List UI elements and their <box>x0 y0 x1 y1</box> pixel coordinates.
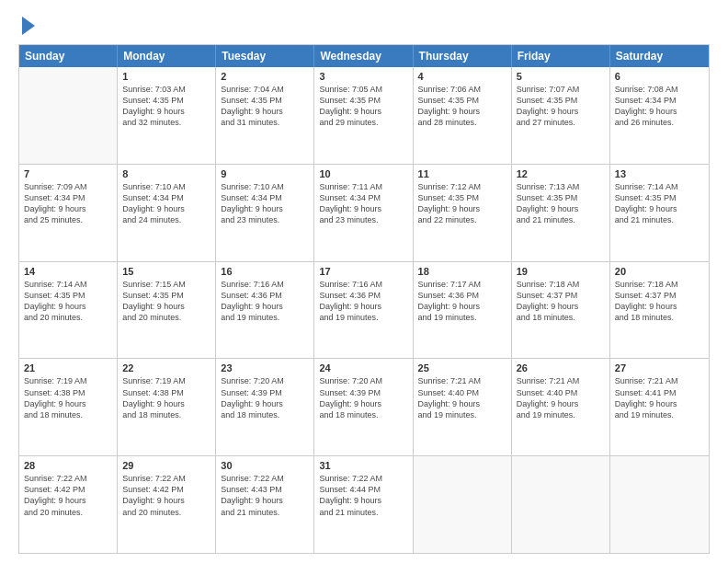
day-info: Sunrise: 7:09 AM Sunset: 4:34 PM Dayligh… <box>24 181 112 226</box>
day-header-thursday: Thursday <box>414 45 512 67</box>
calendar-cell: 26Sunrise: 7:21 AM Sunset: 4:40 PM Dayli… <box>512 359 610 455</box>
day-info: Sunrise: 7:20 AM Sunset: 4:39 PM Dayligh… <box>319 375 407 420</box>
day-number: 25 <box>418 362 506 373</box>
day-info: Sunrise: 7:10 AM Sunset: 4:34 PM Dayligh… <box>221 181 309 226</box>
day-info: Sunrise: 7:13 AM Sunset: 4:35 PM Dayligh… <box>517 181 605 226</box>
calendar-cell <box>610 456 709 553</box>
day-info: Sunrise: 7:11 AM Sunset: 4:34 PM Dayligh… <box>319 181 407 226</box>
calendar-cell: 3Sunrise: 7:05 AM Sunset: 4:35 PM Daylig… <box>314 67 413 164</box>
day-number: 5 <box>517 71 605 82</box>
day-number: 20 <box>615 266 704 277</box>
day-number: 12 <box>517 168 605 179</box>
calendar-cell: 31Sunrise: 7:22 AM Sunset: 4:44 PM Dayli… <box>314 456 413 553</box>
day-info: Sunrise: 7:10 AM Sunset: 4:34 PM Dayligh… <box>122 181 210 226</box>
day-header-tuesday: Tuesday <box>216 45 314 67</box>
day-info: Sunrise: 7:22 AM Sunset: 4:43 PM Dayligh… <box>221 473 309 518</box>
day-number: 31 <box>319 460 407 471</box>
day-number: 17 <box>319 266 407 277</box>
day-info: Sunrise: 7:12 AM Sunset: 4:35 PM Dayligh… <box>418 181 506 226</box>
day-number: 4 <box>418 71 506 82</box>
day-number: 24 <box>319 362 407 373</box>
logo <box>18 15 35 35</box>
calendar-cell: 17Sunrise: 7:16 AM Sunset: 4:36 PM Dayli… <box>314 262 413 359</box>
calendar-cell: 20Sunrise: 7:18 AM Sunset: 4:37 PM Dayli… <box>610 262 709 359</box>
page: SundayMondayTuesdayWednesdayThursdayFrid… <box>0 0 728 563</box>
day-info: Sunrise: 7:04 AM Sunset: 4:35 PM Dayligh… <box>221 84 309 129</box>
day-info: Sunrise: 7:14 AM Sunset: 4:35 PM Dayligh… <box>24 279 112 324</box>
day-info: Sunrise: 7:07 AM Sunset: 4:35 PM Dayligh… <box>517 84 605 129</box>
day-info: Sunrise: 7:19 AM Sunset: 4:38 PM Dayligh… <box>24 375 112 420</box>
calendar-cell: 4Sunrise: 7:06 AM Sunset: 4:35 PM Daylig… <box>414 67 512 164</box>
day-number: 7 <box>24 168 112 179</box>
calendar-row-4: 28Sunrise: 7:22 AM Sunset: 4:42 PM Dayli… <box>19 455 709 553</box>
calendar-cell: 14Sunrise: 7:14 AM Sunset: 4:35 PM Dayli… <box>19 262 118 359</box>
day-number: 2 <box>221 71 309 82</box>
day-info: Sunrise: 7:22 AM Sunset: 4:44 PM Dayligh… <box>319 473 407 518</box>
calendar-row-2: 14Sunrise: 7:14 AM Sunset: 4:35 PM Dayli… <box>19 261 709 359</box>
calendar-cell: 11Sunrise: 7:12 AM Sunset: 4:35 PM Dayli… <box>414 165 512 261</box>
day-number: 21 <box>24 362 112 373</box>
calendar-cell: 27Sunrise: 7:21 AM Sunset: 4:41 PM Dayli… <box>610 359 709 455</box>
day-info: Sunrise: 7:20 AM Sunset: 4:39 PM Dayligh… <box>221 375 309 420</box>
calendar-row-0: 1Sunrise: 7:03 AM Sunset: 4:35 PM Daylig… <box>19 67 709 164</box>
calendar-cell: 21Sunrise: 7:19 AM Sunset: 4:38 PM Dayli… <box>19 359 118 455</box>
day-info: Sunrise: 7:22 AM Sunset: 4:42 PM Dayligh… <box>24 473 112 518</box>
calendar-cell: 15Sunrise: 7:15 AM Sunset: 4:35 PM Dayli… <box>118 262 216 359</box>
day-number: 1 <box>122 71 210 82</box>
calendar-row-1: 7Sunrise: 7:09 AM Sunset: 4:34 PM Daylig… <box>19 164 709 261</box>
day-info: Sunrise: 7:14 AM Sunset: 4:35 PM Dayligh… <box>615 181 704 226</box>
calendar-cell: 22Sunrise: 7:19 AM Sunset: 4:38 PM Dayli… <box>118 359 216 455</box>
calendar-cell <box>414 456 512 553</box>
day-number: 26 <box>517 362 605 373</box>
calendar-cell: 7Sunrise: 7:09 AM Sunset: 4:34 PM Daylig… <box>19 165 118 261</box>
day-header-wednesday: Wednesday <box>314 45 413 67</box>
logo-arrow-icon <box>22 17 35 35</box>
day-header-monday: Monday <box>118 45 216 67</box>
day-info: Sunrise: 7:18 AM Sunset: 4:37 PM Dayligh… <box>517 279 605 324</box>
header <box>18 15 710 35</box>
day-header-sunday: Sunday <box>19 45 118 67</box>
day-info: Sunrise: 7:18 AM Sunset: 4:37 PM Dayligh… <box>615 279 704 324</box>
day-info: Sunrise: 7:16 AM Sunset: 4:36 PM Dayligh… <box>319 279 407 324</box>
day-number: 23 <box>221 362 309 373</box>
calendar-cell: 25Sunrise: 7:21 AM Sunset: 4:40 PM Dayli… <box>414 359 512 455</box>
calendar-cell: 19Sunrise: 7:18 AM Sunset: 4:37 PM Dayli… <box>512 262 610 359</box>
day-number: 27 <box>615 362 704 373</box>
calendar-cell: 9Sunrise: 7:10 AM Sunset: 4:34 PM Daylig… <box>216 165 314 261</box>
calendar-cell: 2Sunrise: 7:04 AM Sunset: 4:35 PM Daylig… <box>216 67 314 164</box>
calendar-cell: 10Sunrise: 7:11 AM Sunset: 4:34 PM Dayli… <box>314 165 413 261</box>
day-info: Sunrise: 7:17 AM Sunset: 4:36 PM Dayligh… <box>418 279 506 324</box>
calendar-cell: 12Sunrise: 7:13 AM Sunset: 4:35 PM Dayli… <box>512 165 610 261</box>
day-number: 6 <box>615 71 704 82</box>
day-number: 9 <box>221 168 309 179</box>
day-number: 19 <box>517 266 605 277</box>
day-number: 30 <box>221 460 309 471</box>
calendar-cell: 8Sunrise: 7:10 AM Sunset: 4:34 PM Daylig… <box>118 165 216 261</box>
calendar-body: 1Sunrise: 7:03 AM Sunset: 4:35 PM Daylig… <box>19 67 709 553</box>
day-number: 13 <box>615 168 704 179</box>
calendar-cell <box>512 456 610 553</box>
calendar: SundayMondayTuesdayWednesdayThursdayFrid… <box>18 44 710 554</box>
day-info: Sunrise: 7:08 AM Sunset: 4:34 PM Dayligh… <box>615 84 704 129</box>
day-info: Sunrise: 7:16 AM Sunset: 4:36 PM Dayligh… <box>221 279 309 324</box>
calendar-cell: 30Sunrise: 7:22 AM Sunset: 4:43 PM Dayli… <box>216 456 314 553</box>
day-header-saturday: Saturday <box>610 45 709 67</box>
day-number: 10 <box>319 168 407 179</box>
calendar-cell: 18Sunrise: 7:17 AM Sunset: 4:36 PM Dayli… <box>414 262 512 359</box>
day-number: 29 <box>122 460 210 471</box>
day-info: Sunrise: 7:19 AM Sunset: 4:38 PM Dayligh… <box>122 375 210 420</box>
calendar-cell: 13Sunrise: 7:14 AM Sunset: 4:35 PM Dayli… <box>610 165 709 261</box>
calendar-row-3: 21Sunrise: 7:19 AM Sunset: 4:38 PM Dayli… <box>19 358 709 455</box>
day-info: Sunrise: 7:21 AM Sunset: 4:40 PM Dayligh… <box>418 375 506 420</box>
day-number: 8 <box>122 168 210 179</box>
day-number: 3 <box>319 71 407 82</box>
day-info: Sunrise: 7:15 AM Sunset: 4:35 PM Dayligh… <box>122 279 210 324</box>
day-header-friday: Friday <box>512 45 610 67</box>
day-info: Sunrise: 7:21 AM Sunset: 4:40 PM Dayligh… <box>517 375 605 420</box>
calendar-cell: 5Sunrise: 7:07 AM Sunset: 4:35 PM Daylig… <box>512 67 610 164</box>
day-info: Sunrise: 7:03 AM Sunset: 4:35 PM Dayligh… <box>122 84 210 129</box>
calendar-header: SundayMondayTuesdayWednesdayThursdayFrid… <box>19 45 709 67</box>
day-number: 16 <box>221 266 309 277</box>
calendar-cell: 1Sunrise: 7:03 AM Sunset: 4:35 PM Daylig… <box>118 67 216 164</box>
day-number: 15 <box>122 266 210 277</box>
